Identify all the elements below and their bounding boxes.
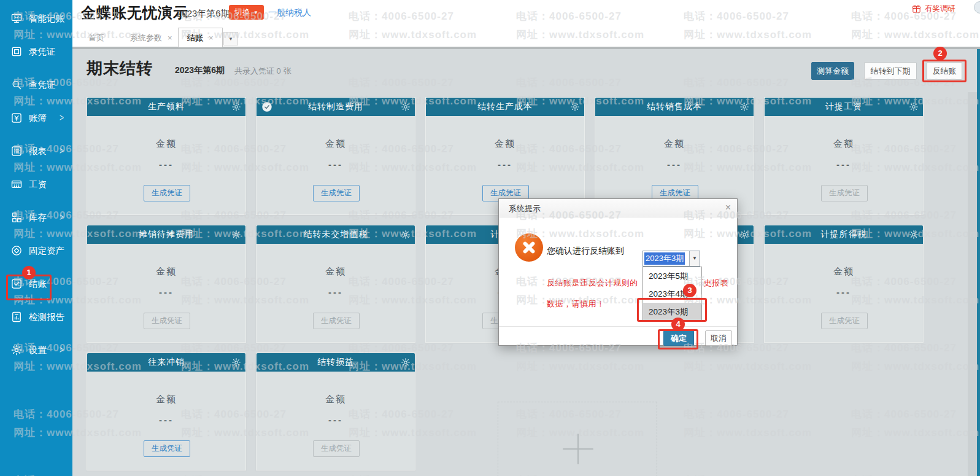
amount-value: --- <box>87 159 245 170</box>
chevron-down-icon[interactable]: ▼ <box>689 251 700 266</box>
sidebar-item-8[interactable]: 结账 <box>0 267 72 300</box>
amount-label: 金额 <box>87 138 245 150</box>
card-header: 结转生产成本 <box>426 98 584 116</box>
app-title: 金蝶账无忧演示 <box>81 3 188 23</box>
fixed-assets-icon <box>10 244 23 257</box>
amount-label: 金额 <box>426 138 584 150</box>
generate-voucher-button[interactable]: 生成凭证 <box>144 313 190 329</box>
tab-0[interactable]: 首页 <box>80 29 113 47</box>
generate-voucher-button[interactable]: 生成凭证 <box>144 440 190 457</box>
amount-label: 金额 <box>257 138 415 150</box>
tab-label: 系统参数 <box>130 33 162 44</box>
generate-voucher-button[interactable]: 生成凭证 <box>821 313 868 329</box>
card-header: 生产领料 <box>87 98 245 116</box>
error-icon <box>515 233 543 262</box>
sidebar-item-10[interactable]: 设置> <box>0 334 72 367</box>
sidebar-item-label: 结账 <box>29 278 47 290</box>
gear-icon[interactable] <box>739 230 749 240</box>
gear-icon[interactable] <box>401 357 411 367</box>
tab-label: 结账 <box>187 33 203 44</box>
period-select-value: 2023年3期 <box>644 252 685 265</box>
add-period-end-card[interactable]: 新增期末结转 <box>498 402 657 476</box>
ok-button[interactable]: 确定 <box>663 330 694 346</box>
amount-label: 金额 <box>765 138 923 150</box>
switch-period-button[interactable]: 切换 ▼ <box>229 5 264 20</box>
tab-list-dropdown[interactable]: ▼ <box>223 32 238 45</box>
generate-voucher-button[interactable]: 生成凭证 <box>313 440 360 457</box>
sidebar-item-0[interactable]: 智能记账 <box>0 2 72 35</box>
gear-icon[interactable] <box>739 102 749 112</box>
sidebar-item-9[interactable]: 检测报告 <box>0 300 72 334</box>
generate-voucher-button[interactable]: 生成凭证 <box>821 185 868 201</box>
check-circle-icon <box>261 101 272 112</box>
system-prompt-dialog: 系统提示 × 您确认进行反结账到 2023年3期 ▼ 2023年5期2023年4… <box>498 198 738 346</box>
dropdown-option-1[interactable]: 2023年4期 <box>643 285 701 303</box>
gear-icon[interactable] <box>909 102 919 112</box>
report-icon <box>10 145 23 157</box>
closing-card-2-1: 结转损益金额---生成凭证 <box>256 353 415 470</box>
gear-icon[interactable] <box>231 102 241 112</box>
sidebar-item-5[interactable]: 工资 <box>0 168 72 201</box>
sidebar-item-1[interactable]: 录凭证 <box>0 35 72 68</box>
card-header: 结转销售成本 <box>595 98 754 116</box>
dropdown-option-0[interactable]: 2023年5期 <box>643 267 701 285</box>
dialog-title: 系统提示 <box>509 203 541 214</box>
card-title: 摊销待摊费用 <box>139 229 194 240</box>
sidebar-item-4[interactable]: 报表> <box>0 135 72 168</box>
card-title: 计提所得税 <box>821 229 867 240</box>
chevron-down-icon: ▼ <box>253 10 258 15</box>
amount-label: 金额 <box>257 394 415 405</box>
taxpayer-type-link[interactable]: 一般纳税人 <box>268 7 311 18</box>
card-header: 摊销待摊费用 <box>87 225 245 244</box>
generate-voucher-button[interactable]: 生成凭证 <box>313 313 360 329</box>
closing-card-0-4: 计提工资金额---生成凭证 <box>764 97 924 215</box>
gear-icon[interactable] <box>401 230 411 240</box>
tab-2[interactable]: 结账× <box>178 28 223 47</box>
survey-link[interactable]: 有奖调研 <box>911 4 955 14</box>
closing-card-2-0: 往来冲销金额---生成凭证 <box>87 353 246 470</box>
corner-widget[interactable] <box>974 1 980 14</box>
dropdown-option-2[interactable]: 2023年3期 <box>643 303 701 321</box>
gear-icon[interactable] <box>401 102 411 112</box>
inspection-report-icon <box>10 311 23 323</box>
sidebar-item-label: 固定资产 <box>29 245 64 257</box>
close-icon[interactable]: × <box>725 202 731 213</box>
chevron-right-icon: > <box>60 212 64 223</box>
amount-value: --- <box>765 159 923 170</box>
sidebar-item-6[interactable]: 库存> <box>0 201 72 234</box>
sidebar-item-2[interactable]: 查凭证 <box>0 68 72 101</box>
carry-to-next-period-button[interactable]: 结转到下期 <box>864 62 917 80</box>
sidebar-item-label: 设置 <box>29 345 47 356</box>
closing-card-1-1: 结转未交增值税金额---生成凭证 <box>256 225 415 343</box>
gear-icon[interactable] <box>231 357 241 367</box>
calculate-amount-button[interactable]: 测算金额 <box>811 62 854 80</box>
inventory-icon <box>10 211 23 224</box>
sidebar-item-label: 报表 <box>29 146 47 157</box>
closing-card-1-0: 摊销待摊费用金额---生成凭证 <box>87 225 246 343</box>
chevron-right-icon: > <box>60 345 64 356</box>
closing-card-0-0: 生产领料金额---生成凭证 <box>87 97 246 215</box>
amount-value: --- <box>257 287 415 297</box>
amount-value: --- <box>87 415 245 425</box>
sidebar-item-3[interactable]: 账簿> <box>0 101 72 135</box>
tab-1[interactable]: 系统参数× <box>122 29 181 47</box>
card-header: 计提工资 <box>765 98 923 116</box>
sidebar-item-label: 库存 <box>29 212 47 224</box>
reverse-closing-button[interactable]: 反结账 <box>927 62 962 80</box>
sidebar: 智能记账录凭证查凭证账簿>报表>工资库存>固定资产结账检测报告设置> <box>0 0 72 476</box>
sidebar-item-7[interactable]: 固定资产 <box>0 234 72 267</box>
gear-icon[interactable] <box>231 230 241 240</box>
generate-voucher-button[interactable]: 生成凭证 <box>144 185 190 201</box>
gear-icon[interactable] <box>570 102 580 112</box>
gear-icon[interactable] <box>909 230 919 240</box>
cancel-button[interactable]: 取消 <box>705 330 732 346</box>
close-icon[interactable]: × <box>168 33 172 42</box>
tab-label: 首页 <box>88 33 104 44</box>
card-title: 结转生产成本 <box>477 101 533 112</box>
period-select[interactable]: 2023年3期 ▼ <box>642 251 700 267</box>
scrollbar-track[interactable] <box>968 92 977 476</box>
close-icon[interactable]: × <box>209 33 214 42</box>
generate-voucher-button[interactable]: 生成凭证 <box>313 185 360 201</box>
amount-value: --- <box>426 159 584 170</box>
amount-value: --- <box>87 287 245 297</box>
